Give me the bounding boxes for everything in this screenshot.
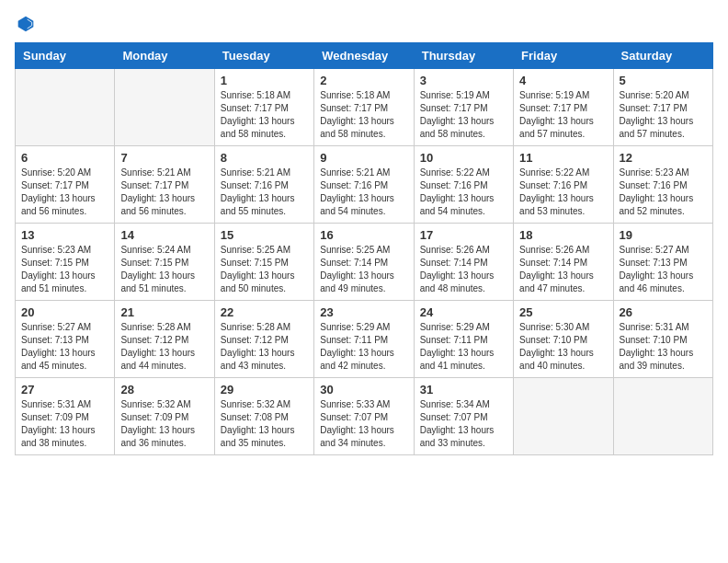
sunrise-text: Sunrise: 5:29 AM <box>320 322 390 332</box>
calendar-cell: 13Sunrise: 5:23 AMSunset: 7:15 PMDayligh… <box>16 224 115 301</box>
daylight-text: Daylight: 13 hours and 56 minutes. <box>120 193 195 216</box>
day-number: 19 <box>620 228 707 242</box>
day-number: 4 <box>519 74 607 87</box>
sunset-text: Sunset: 7:13 PM <box>21 335 89 345</box>
weekday-header: Friday <box>514 43 613 69</box>
sunset-text: Sunset: 7:16 PM <box>320 180 388 190</box>
daylight-text: Daylight: 13 hours and 41 minutes. <box>420 348 495 371</box>
day-info: Sunrise: 5:23 AMSunset: 7:16 PMDaylight:… <box>620 167 707 218</box>
sunset-text: Sunset: 7:16 PM <box>221 180 289 190</box>
day-number: 30 <box>320 383 407 396</box>
day-number: 29 <box>221 383 308 396</box>
sunset-text: Sunset: 7:16 PM <box>519 180 587 190</box>
calendar-cell: 26Sunrise: 5:31 AMSunset: 7:10 PMDayligh… <box>613 301 712 378</box>
sunset-text: Sunset: 7:08 PM <box>221 412 289 422</box>
sunset-text: Sunset: 7:17 PM <box>519 103 587 113</box>
day-number: 2 <box>320 74 407 87</box>
sunrise-text: Sunrise: 5:33 AM <box>320 399 390 409</box>
sunrise-text: Sunrise: 5:31 AM <box>21 399 91 409</box>
calendar-cell: 8Sunrise: 5:21 AMSunset: 7:16 PMDaylight… <box>214 146 313 224</box>
sunrise-text: Sunrise: 5:25 AM <box>320 245 390 255</box>
calendar-cell: 24Sunrise: 5:29 AMSunset: 7:11 PMDayligh… <box>414 301 513 378</box>
sunrise-text: Sunrise: 5:21 AM <box>120 167 190 178</box>
sunset-text: Sunset: 7:17 PM <box>620 103 688 113</box>
day-number: 27 <box>21 383 108 396</box>
day-info: Sunrise: 5:32 AMSunset: 7:08 PMDaylight:… <box>221 398 308 450</box>
daylight-text: Daylight: 13 hours and 34 minutes. <box>320 425 394 448</box>
day-number: 13 <box>21 228 108 242</box>
sunset-text: Sunset: 7:09 PM <box>21 412 89 422</box>
day-number: 10 <box>420 151 507 165</box>
day-info: Sunrise: 5:28 AMSunset: 7:12 PMDaylight:… <box>221 321 308 373</box>
day-number: 24 <box>420 305 507 319</box>
daylight-text: Daylight: 13 hours and 52 minutes. <box>620 193 694 216</box>
calendar-cell <box>514 378 613 455</box>
sunrise-text: Sunrise: 5:27 AM <box>21 322 91 332</box>
day-number: 6 <box>21 151 108 165</box>
daylight-text: Daylight: 13 hours and 44 minutes. <box>120 348 195 371</box>
sunset-text: Sunset: 7:17 PM <box>221 103 289 113</box>
daylight-text: Daylight: 13 hours and 45 minutes. <box>21 348 96 371</box>
calendar-cell: 22Sunrise: 5:28 AMSunset: 7:12 PMDayligh… <box>214 301 313 378</box>
day-info: Sunrise: 5:29 AMSunset: 7:11 PMDaylight:… <box>420 321 507 373</box>
day-number: 23 <box>320 305 407 319</box>
sunset-text: Sunset: 7:14 PM <box>420 258 488 268</box>
day-info: Sunrise: 5:27 AMSunset: 7:13 PMDaylight:… <box>21 321 108 373</box>
calendar-cell: 21Sunrise: 5:28 AMSunset: 7:12 PMDayligh… <box>115 301 214 378</box>
sunrise-text: Sunrise: 5:27 AM <box>620 245 689 255</box>
calendar-table: SundayMondayTuesdayWednesdayThursdayFrid… <box>15 42 713 455</box>
sunset-text: Sunset: 7:17 PM <box>420 103 488 113</box>
daylight-text: Daylight: 13 hours and 51 minutes. <box>21 270 96 293</box>
calendar-cell: 5Sunrise: 5:20 AMSunset: 7:17 PMDaylight… <box>613 69 712 146</box>
day-number: 26 <box>620 305 707 319</box>
sunset-text: Sunset: 7:09 PM <box>120 412 188 422</box>
day-number: 18 <box>519 228 607 242</box>
day-number: 17 <box>420 228 507 242</box>
day-number: 31 <box>420 383 507 396</box>
calendar-cell: 16Sunrise: 5:25 AMSunset: 7:14 PMDayligh… <box>314 224 414 301</box>
sunrise-text: Sunrise: 5:24 AM <box>120 245 190 255</box>
day-info: Sunrise: 5:29 AMSunset: 7:11 PMDaylight:… <box>320 321 407 373</box>
weekday-header: Monday <box>115 43 214 69</box>
calendar-cell <box>613 378 712 455</box>
day-number: 9 <box>320 151 407 165</box>
calendar-week-row: 1Sunrise: 5:18 AMSunset: 7:17 PMDaylight… <box>16 69 713 146</box>
sunrise-text: Sunrise: 5:22 AM <box>519 167 589 178</box>
day-number: 15 <box>221 228 308 242</box>
sunrise-text: Sunrise: 5:19 AM <box>420 90 490 100</box>
sunrise-text: Sunrise: 5:18 AM <box>221 90 290 100</box>
calendar-cell: 4Sunrise: 5:19 AMSunset: 7:17 PMDaylight… <box>514 69 613 146</box>
calendar-cell: 2Sunrise: 5:18 AMSunset: 7:17 PMDaylight… <box>314 69 414 146</box>
sunrise-text: Sunrise: 5:20 AM <box>620 90 689 100</box>
calendar-cell: 30Sunrise: 5:33 AMSunset: 7:07 PMDayligh… <box>314 378 414 455</box>
sunrise-text: Sunrise: 5:22 AM <box>420 167 490 178</box>
sunset-text: Sunset: 7:14 PM <box>320 258 388 268</box>
calendar-cell <box>115 69 214 146</box>
calendar-cell: 20Sunrise: 5:27 AMSunset: 7:13 PMDayligh… <box>16 301 115 378</box>
daylight-text: Daylight: 13 hours and 35 minutes. <box>221 425 295 448</box>
day-number: 25 <box>519 305 607 319</box>
sunrise-text: Sunrise: 5:32 AM <box>120 399 190 409</box>
sunset-text: Sunset: 7:17 PM <box>21 180 89 190</box>
day-number: 21 <box>120 305 208 319</box>
daylight-text: Daylight: 13 hours and 57 minutes. <box>519 116 594 139</box>
day-info: Sunrise: 5:33 AMSunset: 7:07 PMDaylight:… <box>320 398 407 450</box>
calendar-cell: 18Sunrise: 5:26 AMSunset: 7:14 PMDayligh… <box>514 224 613 301</box>
daylight-text: Daylight: 13 hours and 58 minutes. <box>320 116 394 139</box>
daylight-text: Daylight: 13 hours and 38 minutes. <box>21 425 96 448</box>
sunset-text: Sunset: 7:16 PM <box>620 180 688 190</box>
daylight-text: Daylight: 13 hours and 46 minutes. <box>620 270 694 293</box>
sunrise-text: Sunrise: 5:21 AM <box>221 167 290 178</box>
sunrise-text: Sunrise: 5:20 AM <box>21 167 91 178</box>
day-number: 22 <box>221 305 308 319</box>
daylight-text: Daylight: 13 hours and 57 minutes. <box>620 116 694 139</box>
day-number: 20 <box>21 305 108 319</box>
calendar-cell: 15Sunrise: 5:25 AMSunset: 7:15 PMDayligh… <box>214 224 313 301</box>
day-info: Sunrise: 5:32 AMSunset: 7:09 PMDaylight:… <box>120 398 208 450</box>
sunrise-text: Sunrise: 5:29 AM <box>420 322 490 332</box>
day-number: 16 <box>320 228 407 242</box>
sunset-text: Sunset: 7:14 PM <box>519 258 587 268</box>
calendar-cell: 25Sunrise: 5:30 AMSunset: 7:10 PMDayligh… <box>514 301 613 378</box>
calendar-cell: 11Sunrise: 5:22 AMSunset: 7:16 PMDayligh… <box>514 146 613 224</box>
calendar-cell: 1Sunrise: 5:18 AMSunset: 7:17 PMDaylight… <box>214 69 313 146</box>
